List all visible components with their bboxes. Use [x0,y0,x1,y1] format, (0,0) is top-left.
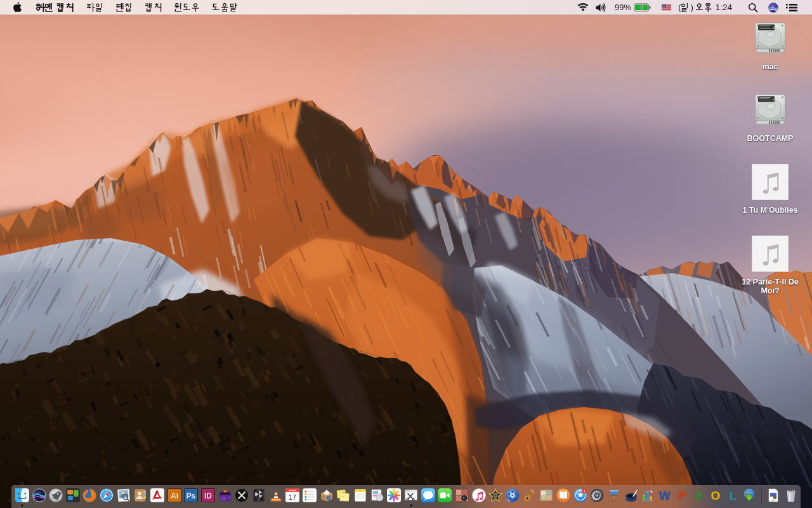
svg-text:17: 17 [289,493,296,501]
svg-text:ID: ID [204,491,212,500]
svg-text:W: W [659,489,671,502]
svg-text:list: list [343,495,345,497]
svg-text:Ps: Ps [187,491,196,500]
svg-text:O: O [711,489,721,502]
svg-text:X: X [695,489,703,502]
svg-text:L: L [729,489,737,502]
svg-text:mp3: mp3 [771,499,775,502]
svg-text:Plans: Plans [342,491,347,494]
svg-text:P: P [678,489,686,502]
svg-text:Ai: Ai [171,491,178,500]
